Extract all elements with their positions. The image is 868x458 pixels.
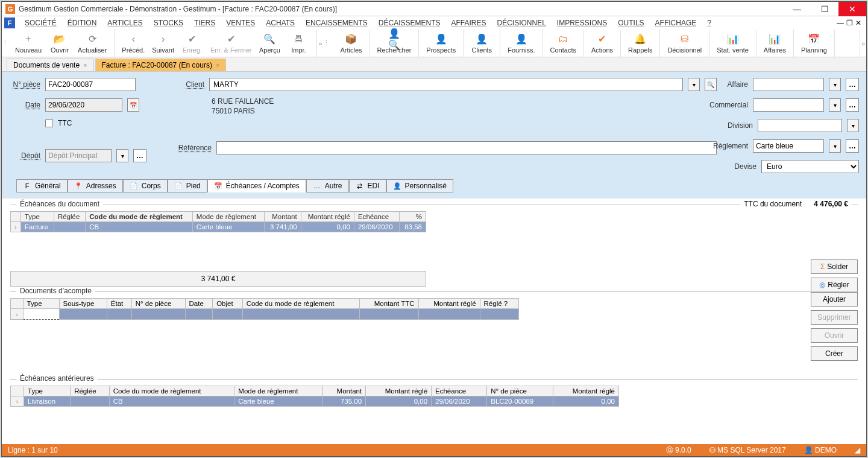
subtab-personnalis[interactable]: 👤Personnalisé	[386, 179, 453, 192]
date-field[interactable]	[45, 98, 122, 112]
menu-encaissements[interactable]: ENCAISSEMENTS	[301, 17, 373, 28]
menu-stocks[interactable]: STOCKS	[149, 17, 188, 28]
mdi-restore[interactable]: ❐	[846, 19, 853, 27]
resize-grip[interactable]: ◢	[855, 446, 860, 454]
menu-societe[interactable]: SOCIÉTÉ	[20, 17, 61, 28]
depot-dropdown[interactable]: ▾	[116, 149, 128, 162]
anterieures-table[interactable]: TypeRéglée Code du mode de règlementMode…	[10, 386, 619, 407]
regler-button[interactable]: ◎Régler	[811, 278, 858, 292]
reglement-more[interactable]: …	[846, 139, 859, 153]
toolbar-fourniss[interactable]: 👤Fourniss.	[504, 30, 538, 57]
close-icon[interactable]: ×	[83, 62, 87, 69]
minimize-button[interactable]: —	[783, 2, 811, 16]
toolbar-statvente[interactable]: 📊Stat. vente	[713, 30, 752, 57]
toolbar-enrfermer[interactable]: ✔Enr. & Fermer	[207, 30, 255, 57]
commercial-field[interactable]	[753, 98, 824, 112]
subtab-autre[interactable]: …Autre	[306, 179, 349, 192]
menu-impressions[interactable]: IMPRESSIONS	[552, 17, 612, 28]
reglement-field[interactable]	[753, 139, 824, 153]
menu-ventes[interactable]: VENTES	[221, 17, 260, 28]
depot-more[interactable]: …	[133, 149, 146, 162]
affaire-field[interactable]	[753, 78, 824, 91]
menu-edition[interactable]: ÉDITION	[63, 17, 102, 28]
toolbar-rappels[interactable]: 🔔Rappels	[624, 30, 656, 57]
section-echeances-anterieures: Échéances antérieures TypeRéglée Code du…	[10, 379, 858, 407]
client-dropdown[interactable]: ▾	[688, 78, 700, 91]
ajouter-button[interactable]: Ajouter	[811, 292, 858, 307]
toolbar-clients[interactable]: 👤Clients	[467, 30, 496, 57]
creer-button[interactable]: Créer	[811, 346, 858, 361]
menu-tiers[interactable]: TIERS	[189, 17, 220, 28]
toolbar-suivant[interactable]: ›Suivant	[148, 30, 178, 57]
commercial-dropdown[interactable]: ▾	[829, 98, 841, 112]
supprimer-button[interactable]: Supprimer	[811, 310, 858, 325]
subtab-chancesacomptes[interactable]: 📅Échéances / Acomptes	[207, 179, 306, 192]
depot-field[interactable]	[45, 149, 112, 162]
ouvrir-button[interactable]: Ouvrir	[811, 328, 858, 343]
maximize-button[interactable]: ☐	[811, 2, 838, 16]
menu-outils[interactable]: OUTILS	[613, 17, 649, 28]
toolbar-affaires[interactable]: 📊Affaires	[760, 30, 790, 57]
doc-tab[interactable]: Facture : FAC20-00087 (En cours)×	[95, 59, 227, 71]
toolbar-enreg[interactable]: ✔Enreg.	[178, 30, 207, 57]
toolbar-rechercher[interactable]: 👤🔍Rechercher	[374, 30, 415, 57]
division-dropdown[interactable]: ▾	[847, 119, 859, 132]
table-row[interactable]: ›	[11, 309, 519, 320]
toolbar-handle[interactable]: ⋮	[2, 30, 8, 57]
commercial-more[interactable]: …	[846, 98, 859, 112]
mdi-minimize[interactable]: —	[837, 19, 844, 27]
toolbar-dcisionnel[interactable]: ⛁Décisionnel	[664, 30, 705, 57]
toolbar-prcd[interactable]: ‹Précéd.	[118, 30, 148, 57]
status-version: Ⓖ 9.0.0	[666, 445, 691, 456]
table-row[interactable]: › Facture CBCarte bleue 3 741,000,00 29/…	[11, 222, 426, 232]
acompte-table[interactable]: TypeSous-type ÉtatN° de pièce DateObjet …	[10, 298, 519, 320]
doc-tab[interactable]: Documents de vente×	[7, 59, 94, 71]
menu-achats[interactable]: ACHATS	[261, 17, 300, 28]
toolbar-overflow[interactable]: »	[317, 30, 323, 57]
subtab-edi[interactable]: ⇄EDI	[349, 179, 386, 192]
date-picker-button[interactable]: 📅	[127, 98, 139, 112]
solder-button[interactable]: ΣSolder	[811, 259, 858, 274]
toolbar-contacts[interactable]: 🗂Contacts	[547, 30, 580, 57]
file-menu-icon[interactable]: F	[4, 17, 15, 28]
reference-field[interactable]	[216, 141, 717, 154]
toolbar-actions[interactable]: ✔Actions	[588, 30, 617, 57]
mdi-close[interactable]: ✕	[855, 19, 861, 27]
affaire-more[interactable]: …	[846, 78, 859, 91]
echeances-table[interactable]: TypeRéglée Code du mode de règlementMode…	[10, 211, 426, 232]
toolbar-prospects[interactable]: 👤Prospects	[423, 30, 459, 57]
toolbar-impr[interactable]: 🖶Impr.	[284, 30, 313, 57]
toolbar-articles[interactable]: 📦Articles	[336, 30, 365, 57]
client-field[interactable]	[209, 78, 683, 91]
subtab-adresses[interactable]: 📍Adresses	[68, 179, 123, 192]
close-icon[interactable]: ×	[216, 62, 219, 69]
ttc-label: TTC	[58, 119, 72, 127]
toolbar-handle-2[interactable]: ⋮	[323, 30, 329, 57]
subtab-corps[interactable]: 📄Corps	[123, 179, 168, 192]
toolbar-ouvrir[interactable]: 📂Ouvrir	[45, 30, 74, 57]
statusbar: Ligne : 1 sur 10 Ⓖ 9.0.0 ⛁ MS SQL Server…	[2, 444, 866, 456]
ttc-checkbox[interactable]	[45, 119, 53, 127]
menu-decisionnel[interactable]: DÉCISIONNEL	[492, 17, 551, 28]
toolbar-actualiser[interactable]: ⟳Actualiser	[74, 30, 110, 57]
toolbar-nouveau[interactable]: ＋Nouveau	[11, 30, 45, 57]
titlebar: G Gestimum Gestion Commerciale - Démonst…	[2, 2, 866, 16]
npiece-field[interactable]	[45, 78, 136, 91]
menu-affichage[interactable]: AFFICHAGE	[650, 17, 702, 28]
affaire-dropdown[interactable]: ▾	[829, 78, 841, 91]
menu-articles[interactable]: ARTICLES	[102, 17, 147, 28]
toolbar-planning[interactable]: 📅Planning	[797, 30, 831, 57]
menu-affaires[interactable]: AFFAIRES	[446, 17, 491, 28]
table-row[interactable]: › Livraison CBCarte bleue 735,000,00 29/…	[11, 396, 619, 407]
subtab-pied[interactable]: 📄Pied	[168, 179, 207, 192]
division-field[interactable]	[758, 119, 842, 132]
menu-help[interactable]: ?	[702, 17, 716, 28]
toolbar-overflow-2[interactable]: »	[860, 30, 866, 57]
reglement-dropdown[interactable]: ▾	[829, 139, 841, 153]
devise-select[interactable]: Euro	[761, 160, 859, 173]
menu-decaissements[interactable]: DÉCAISSEMENTS	[374, 17, 445, 28]
rechercher-icon: 👤🔍	[388, 33, 400, 45]
close-button[interactable]: ✕	[838, 2, 866, 16]
toolbar-aperu[interactable]: 🔍Aperçu	[255, 30, 284, 57]
subtab-gnral[interactable]: FGénéral	[16, 179, 68, 192]
